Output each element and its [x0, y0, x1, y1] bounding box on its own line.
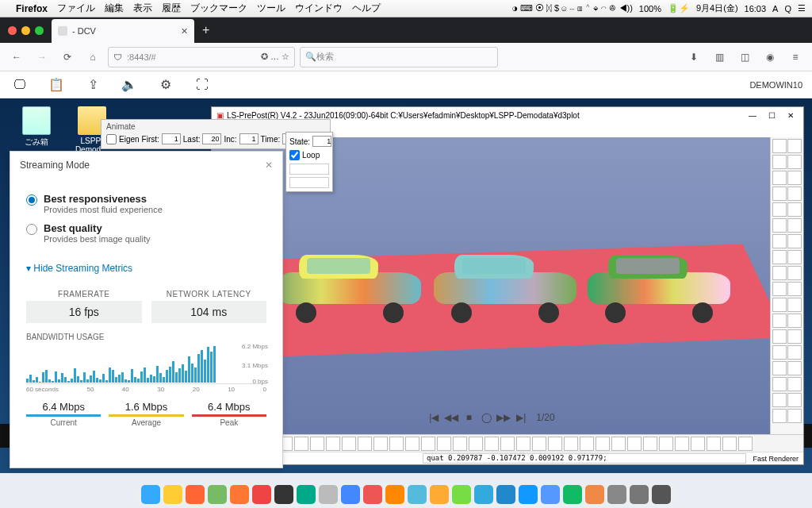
- option-quality[interactable]: Best quality Provides best image quality: [26, 222, 266, 244]
- tool-button[interactable]: [787, 361, 802, 375]
- dock-app[interactable]: [630, 485, 649, 504]
- tool-button[interactable]: [611, 437, 626, 451]
- tool-button[interactable]: [310, 437, 324, 451]
- tool-button[interactable]: [772, 345, 787, 360]
- dock-app[interactable]: [274, 485, 293, 504]
- menu-tools[interactable]: ツール: [257, 2, 285, 15]
- command-line[interactable]: quat 0.209787 -0.107472 0.009192 0.97177…: [423, 453, 746, 464]
- dock-app[interactable]: [430, 485, 449, 504]
- dcv-monitor-icon[interactable]: 🖵: [10, 75, 30, 95]
- menu-window[interactable]: ウインドウ: [295, 2, 343, 15]
- radio-icon[interactable]: [26, 224, 37, 235]
- tool-button[interactable]: [485, 437, 499, 451]
- dock-app[interactable]: [652, 485, 671, 504]
- menu-bookmarks[interactable]: ブックマーク: [190, 2, 247, 15]
- dock-app[interactable]: [585, 485, 604, 504]
- new-tab-button[interactable]: +: [194, 23, 217, 37]
- tool-button[interactable]: [772, 155, 787, 169]
- dcv-upload-icon[interactable]: ⇪: [82, 75, 103, 95]
- tool-button[interactable]: [787, 298, 802, 312]
- tool-button[interactable]: [389, 437, 404, 451]
- tool-button[interactable]: [772, 171, 787, 185]
- menu-view[interactable]: 表示: [133, 2, 152, 15]
- tool-button[interactable]: [787, 314, 802, 328]
- tool-button[interactable]: [787, 345, 802, 360]
- library-icon[interactable]: ▥: [709, 47, 730, 67]
- tool-button[interactable]: [437, 437, 451, 451]
- tool-button[interactable]: [787, 218, 802, 233]
- forward-button[interactable]: →: [32, 47, 52, 67]
- tool-button[interactable]: [772, 234, 787, 248]
- last-input[interactable]: [202, 133, 221, 144]
- next-frame-button[interactable]: ▶▶: [496, 410, 511, 425]
- tool-button[interactable]: [787, 377, 802, 391]
- tool-button[interactable]: [772, 202, 787, 217]
- dock-app[interactable]: [496, 485, 515, 504]
- tool-button[interactable]: [787, 266, 802, 280]
- tool-button[interactable]: [772, 314, 787, 328]
- spotlight-icon[interactable]: A: [772, 4, 778, 13]
- dcv-clipboard-icon[interactable]: 📋: [46, 75, 67, 95]
- dock-app[interactable]: [519, 485, 538, 504]
- first-input[interactable]: [162, 133, 181, 144]
- tool-button[interactable]: [787, 139, 802, 153]
- shield-icon[interactable]: 🛡: [113, 52, 122, 62]
- tool-button[interactable]: [358, 437, 372, 451]
- tool-button[interactable]: [787, 282, 802, 296]
- tool-button[interactable]: [787, 409, 802, 423]
- tool-button[interactable]: [787, 171, 802, 185]
- dock-app[interactable]: [230, 485, 249, 504]
- maximize-button[interactable]: ☐: [764, 111, 779, 120]
- inc-input[interactable]: [239, 133, 259, 144]
- dock-app[interactable]: [408, 485, 427, 504]
- tool-button[interactable]: [772, 282, 787, 296]
- dock-app[interactable]: [363, 485, 382, 504]
- tool-button[interactable]: [643, 437, 657, 451]
- reload-button[interactable]: ⟳: [57, 47, 78, 67]
- menu-help[interactable]: ヘルプ: [352, 2, 381, 15]
- tool-button[interactable]: [564, 437, 578, 451]
- tool-button[interactable]: [659, 437, 673, 451]
- tool-button[interactable]: [787, 329, 802, 344]
- dock-app[interactable]: [341, 485, 360, 504]
- dcv-fullscreen-icon[interactable]: ⛶: [192, 75, 213, 95]
- dock-app[interactable]: [208, 485, 227, 504]
- menu-history[interactable]: 履歴: [162, 2, 181, 15]
- tool-button[interactable]: [691, 437, 705, 451]
- tool-button[interactable]: [596, 437, 610, 451]
- tool-button[interactable]: [707, 437, 721, 451]
- status-icons[interactable]: ◑ ⌨ ⦿ ᛞ $ ⊙ ⋯ ▥ ⌃ ⬙ ◠ ꔮ ◀)): [512, 3, 633, 13]
- dock-app[interactable]: [297, 485, 316, 504]
- tool-button[interactable]: [787, 250, 802, 264]
- tool-button[interactable]: [627, 437, 642, 451]
- sidebar-icon[interactable]: ◫: [734, 47, 755, 67]
- tool-button[interactable]: [787, 202, 802, 217]
- dock-app[interactable]: [541, 485, 560, 504]
- tool-button[interactable]: [500, 437, 515, 451]
- window-traffic-lights[interactable]: [0, 26, 52, 35]
- desktop-icon-recycle[interactable]: ごみ箱: [16, 106, 57, 148]
- tool-button[interactable]: [421, 437, 435, 451]
- dock-app[interactable]: [141, 485, 160, 504]
- state-input[interactable]: [312, 136, 331, 147]
- back-button[interactable]: ←: [6, 47, 27, 67]
- dock-app[interactable]: [474, 485, 493, 504]
- last-frame-button[interactable]: ▶|: [514, 410, 528, 425]
- tool-button[interactable]: [787, 187, 802, 201]
- downloads-icon[interactable]: ⬇: [684, 47, 704, 67]
- tool-button[interactable]: [772, 393, 787, 407]
- menubar-time[interactable]: 16:03: [745, 4, 767, 13]
- tool-button[interactable]: [722, 437, 737, 451]
- hamburger-icon[interactable]: ≡: [785, 47, 806, 67]
- tool-button[interactable]: [787, 155, 802, 169]
- dcv-settings-icon[interactable]: ⚙: [155, 75, 176, 95]
- control-center-icon[interactable]: ☰: [798, 3, 806, 13]
- tool-button[interactable]: [453, 437, 467, 451]
- tool-button[interactable]: [469, 437, 483, 451]
- tool-button[interactable]: [772, 409, 787, 423]
- app-name[interactable]: Firefox: [16, 3, 48, 14]
- stop-button[interactable]: ■: [462, 410, 476, 425]
- close-button[interactable]: ✕: [783, 111, 799, 120]
- tool-button[interactable]: [342, 437, 356, 451]
- dock-app[interactable]: [252, 485, 271, 504]
